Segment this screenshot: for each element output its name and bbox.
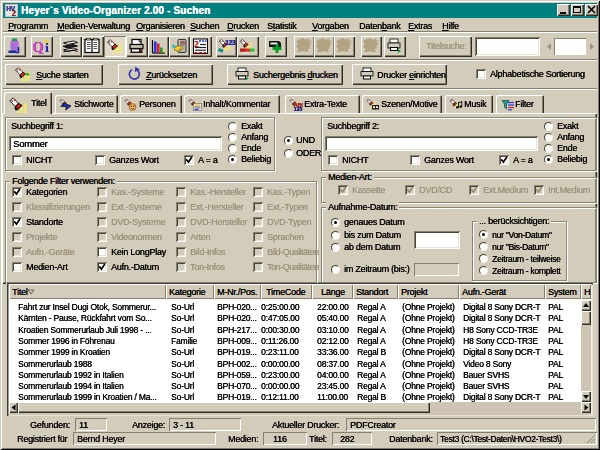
svg-text:Q: Q xyxy=(33,39,44,55)
svg-text:123: 123 xyxy=(294,106,303,111)
svg-text:123: 123 xyxy=(225,39,236,46)
svg-text:2: 2 xyxy=(12,8,16,17)
